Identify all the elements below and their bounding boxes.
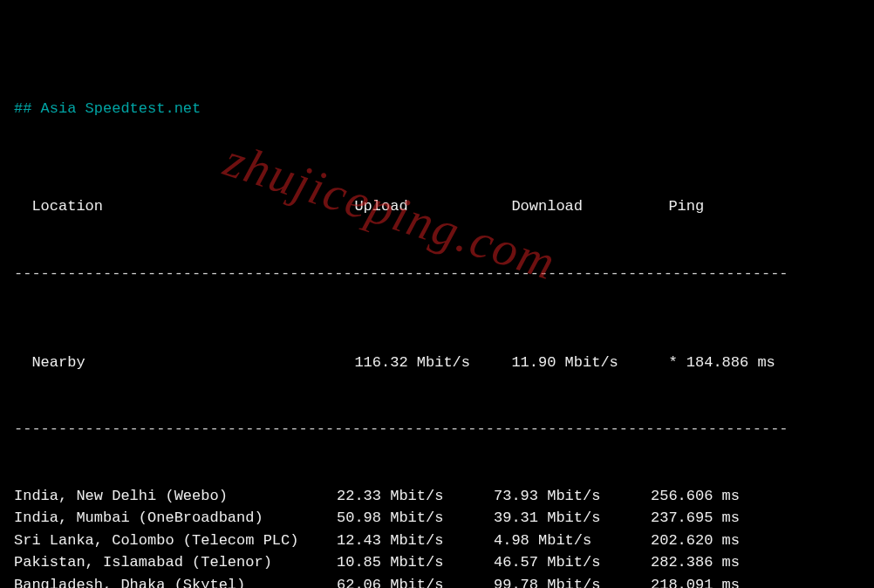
- cell-upload: 62.06 Mbit/s: [337, 574, 494, 589]
- data-rows: India, New Delhi (Weebo)22.33 Mbit/s73.9…: [14, 485, 860, 589]
- nearby-location: Nearby: [31, 352, 354, 374]
- cell-location: Sri Lanka, Colombo (Telecom PLC): [14, 530, 337, 552]
- nearby-ping: * 184.886 ms: [668, 352, 775, 374]
- section-title: ## Asia Speedtest.net: [14, 98, 860, 120]
- header-row: LocationUploadDownloadPing: [14, 174, 860, 218]
- cell-ping: 256.606 ms: [651, 485, 740, 508]
- table-row: Sri Lanka, Colombo (Telecom PLC)12.43 Mb…: [14, 530, 860, 552]
- separator-line: ----------------------------------------…: [14, 418, 860, 441]
- cell-download: 73.93 Mbit/s: [494, 485, 651, 508]
- table-row: Pakistan, Islamabad (Telenor)10.85 Mbit/…: [14, 551, 860, 574]
- table-row: India, Mumbai (OneBroadband)50.98 Mbit/s…: [14, 507, 860, 530]
- cell-location: India, New Delhi (Weebo): [14, 485, 337, 508]
- nearby-upload: 116.32 Mbit/s: [354, 352, 511, 374]
- cell-ping: 218.091 ms: [651, 574, 740, 589]
- cell-upload: 12.43 Mbit/s: [337, 530, 494, 552]
- cell-location: India, Mumbai (OneBroadband): [14, 507, 337, 530]
- cell-download: 4.98 Mbit/s: [494, 530, 651, 552]
- cell-ping: 282.386 ms: [651, 551, 740, 574]
- table-row: India, New Delhi (Weebo)22.33 Mbit/s73.9…: [14, 485, 860, 508]
- cell-ping: 202.620 ms: [651, 530, 740, 552]
- cell-download: 99.78 Mbit/s: [494, 574, 651, 589]
- cell-upload: 10.85 Mbit/s: [337, 551, 494, 574]
- cell-download: 46.57 Mbit/s: [494, 551, 651, 574]
- cell-location: Bangladesh, Dhaka (Skytel): [14, 574, 337, 589]
- nearby-download: 11.90 Mbit/s: [511, 352, 668, 374]
- cell-location: Pakistan, Islamabad (Telenor): [14, 551, 337, 574]
- header-download: Download: [511, 195, 668, 218]
- header-ping: Ping: [668, 195, 704, 218]
- table-row: Bangladesh, Dhaka (Skytel)62.06 Mbit/s99…: [14, 574, 860, 589]
- header-upload: Upload: [354, 195, 511, 218]
- cell-upload: 22.33 Mbit/s: [337, 485, 494, 508]
- cell-upload: 50.98 Mbit/s: [337, 507, 494, 530]
- header-location: Location: [31, 195, 354, 218]
- cell-ping: 237.695 ms: [651, 507, 740, 530]
- nearby-row: Nearby116.32 Mbit/s11.90 Mbit/s* 184.886…: [14, 329, 860, 373]
- cell-download: 39.31 Mbit/s: [494, 507, 651, 530]
- separator-line: ----------------------------------------…: [14, 263, 860, 285]
